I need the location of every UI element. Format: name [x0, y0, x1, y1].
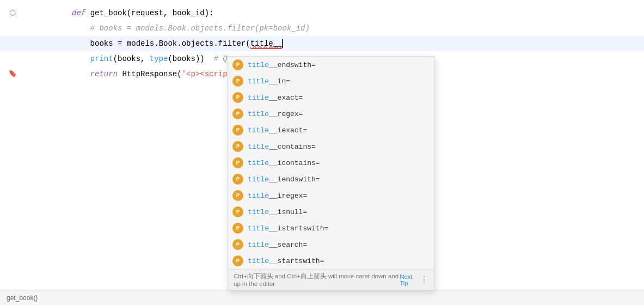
- autocomplete-icon-6: P: [232, 157, 243, 168]
- more-icon[interactable]: ⋮: [420, 274, 428, 285]
- autocomplete-text-11: title__search=: [248, 241, 307, 249]
- autocomplete-item-5[interactable]: P title__contains=: [228, 138, 434, 155]
- autocomplete-item-6[interactable]: P title__icontains=: [228, 155, 434, 171]
- code-area: ⬡ def get_book(request, book_id): # book…: [0, 0, 644, 290]
- next-tip-button[interactable]: Next Tip: [400, 273, 415, 286]
- editor-container: ⬡ def get_book(request, book_id): # book…: [0, 0, 644, 305]
- autocomplete-dropdown: P title__endswith= P title__in= P title_…: [228, 56, 434, 290]
- autocomplete-item-2[interactable]: P title__exact=: [228, 89, 434, 106]
- autocomplete-item-1[interactable]: P title__in=: [228, 73, 434, 89]
- autocomplete-icon-10: P: [232, 223, 243, 234]
- autocomplete-text-8: title__iregex=: [248, 192, 307, 200]
- autocomplete-icon-1: P: [232, 76, 243, 87]
- autocomplete-icon-3: P: [232, 108, 243, 119]
- function-icon-1: ⬡: [8, 5, 17, 21]
- autocomplete-item-12[interactable]: P title__startswith=: [228, 253, 434, 269]
- autocomplete-text-3: title__regex=: [248, 110, 303, 118]
- autocomplete-icon-11: P: [232, 239, 243, 250]
- autocomplete-icon-0: P: [232, 59, 243, 70]
- indent-5: [72, 70, 90, 78]
- autocomplete-item-3[interactable]: P title__regex=: [228, 106, 434, 122]
- keyword-return: return: [90, 70, 122, 78]
- autocomplete-item-0[interactable]: P title__endswith=: [228, 57, 434, 73]
- autocomplete-icon-7: P: [232, 174, 243, 185]
- autocomplete-icon-2: P: [232, 92, 243, 103]
- bookmark-icon-5[interactable]: 🔖: [8, 66, 17, 82]
- autocomplete-icon-12: P: [232, 255, 243, 266]
- autocomplete-text-9: title__isnull=: [248, 208, 307, 216]
- autocomplete-icon-5: P: [232, 141, 243, 152]
- string-value: '<p><script: [182, 70, 232, 78]
- autocomplete-footer: Ctrl+向下箭头 and Ctrl+向上箭头 will move caret …: [228, 269, 434, 290]
- autocomplete-item-4[interactable]: P title__iexact=: [228, 122, 434, 138]
- autocomplete-item-9[interactable]: P title__isnull=: [228, 204, 434, 220]
- autocomplete-text-1: title__in=: [248, 77, 290, 86]
- autocomplete-text-2: title__exact=: [248, 94, 303, 102]
- autocomplete-hint: Ctrl+向下箭头 and Ctrl+向上箭头 will move caret …: [234, 272, 400, 287]
- autocomplete-text-6: title__icontains=: [248, 159, 320, 167]
- autocomplete-icon-9: P: [232, 206, 243, 217]
- autocomplete-item-7[interactable]: P title__iendswith=: [228, 171, 434, 187]
- autocomplete-text-0: title__endswith=: [248, 61, 316, 69]
- autocomplete-text-10: title__istartswith=: [248, 224, 328, 233]
- gutter-1: ⬡: [0, 5, 22, 21]
- autocomplete-icon-8: P: [232, 190, 243, 201]
- autocomplete-item-11[interactable]: P title__search=: [228, 236, 434, 253]
- autocomplete-icon-4: P: [232, 125, 243, 136]
- gutter-5: 🔖: [0, 66, 22, 82]
- autocomplete-item-8[interactable]: P title__iregex=: [228, 187, 434, 204]
- autocomplete-text-7: title__iendswith=: [248, 175, 320, 184]
- autocomplete-text-5: title__contains=: [248, 143, 316, 151]
- autocomplete-item-10[interactable]: P title__istartswith=: [228, 220, 434, 236]
- autocomplete-text-12: title__startswith=: [248, 257, 324, 265]
- bottom-bar: get_book(): [0, 290, 644, 305]
- http-response: HttpResponse(: [122, 70, 181, 78]
- function-label: get_book(): [7, 294, 38, 302]
- autocomplete-text-4: title__iexact=: [248, 126, 307, 135]
